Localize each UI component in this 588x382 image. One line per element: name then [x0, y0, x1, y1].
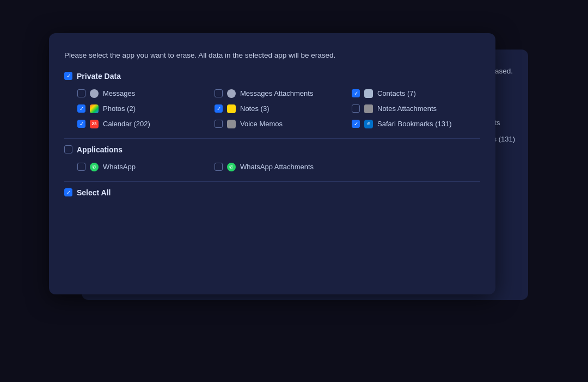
checkbox-notes-att[interactable] [352, 104, 360, 113]
checkbox-messages[interactable] [77, 89, 85, 97]
label-voice: Voice Memos [240, 120, 283, 128]
label-photos: Photos (2) [103, 104, 136, 113]
private-data-grid: Messages Messages Attachments Contacts (… [64, 89, 480, 128]
label-safari: Safari Bookmarks (131) [377, 120, 452, 128]
item-notes: Notes (3) [215, 104, 343, 113]
applications-section-header: Applications [64, 145, 480, 154]
select-all-row: Select All [64, 188, 480, 197]
item-photos: Photos (2) [77, 104, 206, 113]
item-messages-att: Messages Attachments [215, 89, 343, 98]
label-notes-att: Notes Attachments [377, 104, 437, 113]
checkbox-calendar[interactable] [77, 120, 85, 128]
divider-2 [64, 181, 480, 182]
label-messages-att: Messages Attachments [240, 89, 313, 97]
select-all-label: Select All [77, 188, 111, 197]
applications-title: Applications [77, 145, 122, 154]
private-data-section-header: Private Data [64, 72, 480, 81]
checkbox-safari[interactable] [352, 120, 360, 128]
item-voice: Voice Memos [215, 120, 343, 128]
item-notes-att: Notes Attachments [352, 104, 480, 113]
checkbox-whatsapp-att[interactable] [215, 163, 223, 171]
front-panel: Please select the app you want to erase.… [49, 33, 495, 294]
checkbox-voice[interactable] [215, 120, 223, 128]
item-messages: Messages [77, 89, 206, 98]
checkbox-photos[interactable] [77, 104, 85, 113]
checkbox-messages-att[interactable] [215, 89, 223, 97]
label-calendar: Calendar (202) [103, 120, 150, 128]
item-contacts: Contacts (7) [352, 89, 480, 98]
applications-checkbox[interactable] [64, 145, 72, 153]
label-whatsapp: WhatsApp [103, 163, 136, 171]
label-contacts: Contacts (7) [377, 89, 416, 97]
select-all-checkbox[interactable] [64, 188, 72, 196]
item-calendar: 23 Calendar (202) [77, 120, 206, 128]
checkbox-contacts[interactable] [352, 89, 360, 97]
instruction-text: Please select the app you want to erase.… [64, 51, 480, 61]
label-whatsapp-att: WhatsApp Attachments [240, 163, 314, 171]
item-whatsapp-att: ✆ WhatsApp Attachments [215, 163, 343, 171]
checkbox-notes[interactable] [215, 104, 223, 113]
divider-1 [64, 138, 480, 139]
item-whatsapp: ✆ WhatsApp [77, 163, 206, 171]
applications-grid: ✆ WhatsApp ✆ WhatsApp Attachments [64, 163, 480, 171]
private-data-title: Private Data [77, 72, 121, 81]
item-safari: ⊕ Safari Bookmarks (131) [352, 120, 480, 128]
label-notes: Notes (3) [240, 104, 269, 113]
checkbox-whatsapp[interactable] [77, 163, 85, 171]
private-data-checkbox[interactable] [64, 72, 72, 80]
label-messages: Messages [103, 89, 135, 97]
